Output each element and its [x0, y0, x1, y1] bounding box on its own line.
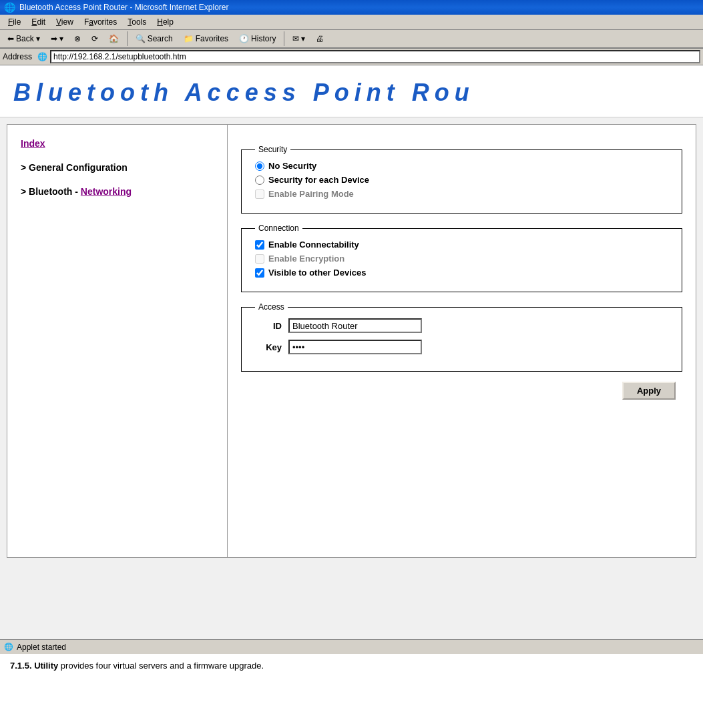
browser-content: Bluetooth Access Point Rou Index > Gener…	[0, 65, 703, 639]
window-title: Bluetooth Access Point Router - Microsof…	[19, 3, 228, 12]
enable-connectability-label: Enable Connectability	[268, 240, 359, 250]
back-icon: ⬅	[7, 34, 14, 43]
apply-button[interactable]: Apply	[622, 382, 676, 400]
refresh-icon: ⟳	[91, 34, 98, 43]
forward-button[interactable]: ➡ ▾	[46, 32, 68, 45]
menu-favorites[interactable]: Favorites	[79, 16, 122, 28]
enable-connectability-checkbox[interactable]	[255, 240, 264, 250]
refresh-button[interactable]: ⟳	[87, 32, 103, 45]
sidebar-link-index[interactable]: Index	[21, 138, 214, 149]
title-bar: 🌐 Bluetooth Access Point Router - Micros…	[0, 0, 703, 15]
access-key-input[interactable]	[288, 340, 422, 354]
search-button[interactable]: 🔍 Search	[131, 32, 178, 45]
stop-icon: ⊗	[74, 34, 81, 43]
security-fieldset: Security No Security Security for each D…	[241, 145, 682, 214]
menu-help[interactable]: Help	[152, 16, 179, 28]
menu-tools[interactable]: Tools	[122, 16, 152, 28]
mail-icon: ✉	[292, 34, 299, 43]
search-label: Search	[148, 34, 173, 43]
access-id-row: ID	[255, 318, 668, 333]
status-bar: 🌐 Applet started	[0, 639, 703, 654]
dropdown-arrow-icon: ▾	[36, 34, 40, 43]
access-key-row: Key	[255, 340, 668, 354]
toolbar-separator-1	[127, 31, 128, 46]
status-text: Applet started	[17, 643, 66, 652]
access-legend: Access	[255, 302, 288, 312]
address-bar: Address 🌐	[0, 49, 703, 65]
print-icon: 🖨	[316, 34, 324, 43]
enable-encryption-label: Enable Encryption	[268, 254, 344, 264]
sidebar-general-config-label: > General Configuration	[21, 162, 128, 173]
ie-icon: 🌐	[4, 2, 15, 13]
menu-bar: File Edit View Favorites Tools Help	[0, 15, 703, 30]
sidebar-bluetooth-label: > Bluetooth - Networking	[21, 186, 132, 197]
content-panel: Security No Security Security for each D…	[228, 125, 696, 557]
enable-connectability-row: Enable Connectability	[255, 240, 668, 250]
access-id-input[interactable]	[288, 318, 422, 333]
no-security-radio[interactable]	[255, 161, 264, 171]
enable-pairing-checkbox[interactable]	[255, 190, 264, 199]
forward-dropdown-icon: ▾	[59, 34, 63, 43]
sidebar-general-config-item: > General Configuration	[21, 162, 214, 173]
sidebar-bluetooth-item: > Bluetooth - Networking	[21, 186, 214, 197]
toolbar: ⬅ Back ▾ ➡ ▾ ⊗ ⟳ 🏠 🔍 Search 📁 Favorites …	[0, 30, 703, 49]
address-label: Address	[3, 52, 32, 61]
access-id-label: ID	[255, 321, 282, 331]
security-each-device-label: Security for each Device	[268, 175, 369, 185]
home-icon: 🏠	[109, 34, 119, 43]
history-label: History	[251, 34, 276, 43]
visible-other-devices-row: Visible to other Devices	[255, 268, 668, 278]
apply-row: Apply	[241, 382, 682, 400]
security-legend: Security	[255, 145, 290, 154]
page-header: Bluetooth Access Point Rou	[0, 65, 703, 117]
enable-pairing-row: Enable Pairing Mode	[255, 189, 668, 199]
favorites-button[interactable]: 📁 Favorites	[179, 32, 233, 45]
sidebar-networking-link[interactable]: Networking	[81, 186, 132, 197]
visible-other-devices-label: Visible to other Devices	[268, 268, 366, 278]
access-key-label: Key	[255, 342, 282, 352]
enable-pairing-label: Enable Pairing Mode	[268, 189, 354, 199]
no-security-row: No Security	[255, 161, 668, 171]
favorites-label: Favorites	[196, 34, 228, 43]
mail-button[interactable]: ✉ ▾	[288, 32, 310, 45]
toolbar-separator-2	[284, 31, 284, 46]
security-each-device-radio[interactable]	[255, 175, 264, 185]
page-loading-icon: 🌐	[37, 52, 47, 61]
status-icon: 🌐	[4, 643, 13, 651]
page-title: Bluetooth Access Point Rou	[13, 79, 690, 107]
menu-view[interactable]: View	[51, 16, 79, 28]
connection-legend: Connection	[255, 224, 302, 233]
menu-edit[interactable]: Edit	[26, 16, 51, 28]
security-each-device-row: Security for each Device	[255, 175, 668, 185]
sidebar: Index > General Configuration > Bluetoot…	[7, 125, 228, 557]
no-security-label: No Security	[268, 161, 316, 171]
access-fieldset: Access ID Key	[241, 302, 682, 372]
menu-file[interactable]: File	[3, 16, 26, 28]
back-label: Back	[16, 34, 34, 43]
forward-icon: ➡	[51, 34, 57, 43]
history-button[interactable]: 🕐 History	[234, 32, 280, 45]
connection-fieldset: Connection Enable Connectability Enable …	[241, 224, 682, 292]
sidebar-index-item: Index	[21, 138, 214, 149]
visible-other-devices-checkbox[interactable]	[255, 268, 264, 278]
print-button[interactable]: 🖨	[311, 32, 328, 45]
main-layout: Index > General Configuration > Bluetoot…	[7, 124, 696, 558]
search-icon: 🔍	[136, 34, 146, 43]
back-button[interactable]: ⬅ Back ▾	[3, 32, 45, 45]
home-button[interactable]: 🏠	[104, 32, 124, 45]
enable-encryption-checkbox[interactable]	[255, 254, 264, 264]
mail-dropdown-icon: ▾	[301, 34, 305, 43]
history-icon: 🕐	[239, 34, 249, 43]
below-browser-text: 7.1.5. Utility provides four virtual ser…	[0, 654, 703, 677]
stop-button[interactable]: ⊗	[69, 32, 85, 45]
address-input[interactable]	[50, 50, 700, 63]
favorites-icon: 📁	[184, 34, 194, 43]
enable-encryption-row: Enable Encryption	[255, 254, 668, 264]
